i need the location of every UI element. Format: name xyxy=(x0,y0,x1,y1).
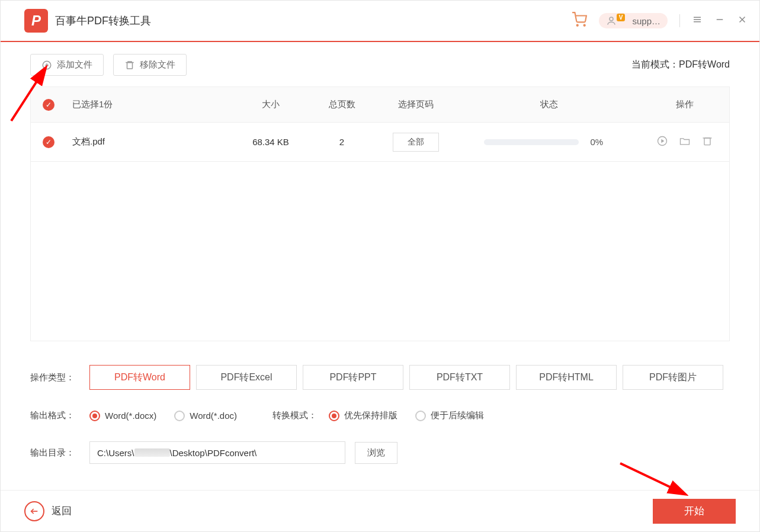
user-chip[interactable]: V supp… xyxy=(599,13,668,28)
svg-point-1 xyxy=(583,25,585,26)
type-pdf-to-ppt[interactable]: PDF转PPT xyxy=(303,365,403,390)
menu-icon[interactable] xyxy=(692,14,703,27)
svg-rect-15 xyxy=(704,138,710,145)
svg-rect-12 xyxy=(127,62,133,69)
folder-icon[interactable] xyxy=(679,135,691,149)
add-file-button[interactable]: 添加文件 xyxy=(30,54,104,76)
svg-line-18 xyxy=(620,463,682,493)
redacted-text xyxy=(134,448,170,457)
col-size: 大小 xyxy=(232,99,309,110)
col-ops: 操作 xyxy=(640,99,729,110)
radio-icon xyxy=(415,411,426,421)
app-title: 百事牛PDF转换工具 xyxy=(55,14,151,28)
convert-mode-label: 转换模式： xyxy=(272,410,317,421)
file-table: ✓ 已选择1份 大小 总页数 选择页码 状态 操作 ✓ 文档.pdf 68.34… xyxy=(30,86,730,341)
content: 添加文件 移除文件 当前模式：PDF转Word ✓ 已选择1份 大小 总页数 选… xyxy=(1,42,759,464)
radio-icon xyxy=(89,411,100,421)
cart-icon[interactable] xyxy=(572,12,587,30)
col-selected: 已选择1份 xyxy=(66,99,232,110)
select-all-checkbox[interactable]: ✓ xyxy=(43,99,54,111)
radio-icon xyxy=(174,411,185,421)
back-arrow-icon xyxy=(24,501,44,521)
browse-button[interactable]: 浏览 xyxy=(355,442,397,464)
col-pages: 总页数 xyxy=(309,99,374,110)
mode-edit-radio[interactable]: 便于后续编辑 xyxy=(415,410,484,421)
app-window: P 百事牛PDF转换工具 V supp… xyxy=(0,0,760,532)
format-doc-radio[interactable]: Word(*.doc) xyxy=(174,411,237,421)
type-pdf-to-word[interactable]: PDF转Word xyxy=(89,365,190,390)
progress-percent: 0% xyxy=(591,137,614,147)
svg-marker-14 xyxy=(661,139,664,143)
type-pdf-to-image[interactable]: PDF转图片 xyxy=(623,365,723,390)
table-row: ✓ 文档.pdf 68.34 KB 2 全部 0% xyxy=(31,123,729,162)
minimize-icon[interactable] xyxy=(714,14,725,27)
type-pdf-to-txt[interactable]: PDF转TXT xyxy=(409,365,510,390)
divider xyxy=(679,14,680,27)
file-pages: 2 xyxy=(309,137,374,147)
back-label: 返回 xyxy=(52,504,72,518)
operation-type-row: 操作类型： PDF转Word PDF转Excel PDF转PPT PDF转TXT… xyxy=(30,365,730,390)
output-dir-row: 输出目录： C:\Users\\Desktop\PDFconvert\ 浏览 xyxy=(30,441,730,464)
delete-icon[interactable] xyxy=(701,135,713,149)
current-mode-label: 当前模式：PDF转Word xyxy=(631,59,730,71)
close-icon[interactable] xyxy=(737,14,748,27)
output-dir-input[interactable]: C:\Users\\Desktop\PDFconvert\ xyxy=(89,441,345,464)
remove-file-button[interactable]: 移除文件 xyxy=(113,54,187,76)
svg-point-2 xyxy=(610,17,613,21)
type-pdf-to-excel[interactable]: PDF转Excel xyxy=(196,365,297,390)
trash-icon xyxy=(124,60,135,70)
play-icon[interactable] xyxy=(656,135,668,149)
file-name: 文档.pdf xyxy=(66,136,232,148)
back-button[interactable]: 返回 xyxy=(24,501,72,521)
toolbar: 添加文件 移除文件 当前模式：PDF转Word xyxy=(30,54,730,76)
start-button[interactable]: 开始 xyxy=(653,499,736,524)
vip-badge-icon: V xyxy=(617,14,626,21)
output-format-label: 输出格式： xyxy=(30,410,89,421)
col-select-pages: 选择页码 xyxy=(374,99,457,110)
operation-type-label: 操作类型： xyxy=(30,372,89,383)
format-docx-radio[interactable]: Word(*.docx) xyxy=(89,411,156,421)
radio-icon xyxy=(329,411,339,421)
progress-bar xyxy=(484,139,579,145)
user-label: supp… xyxy=(632,16,660,26)
table-header: ✓ 已选择1份 大小 总页数 选择页码 状态 操作 xyxy=(31,87,729,123)
file-size: 68.34 KB xyxy=(232,137,309,147)
footer: 返回 开始 xyxy=(1,490,759,531)
app-logo-icon: P xyxy=(24,9,48,33)
output-dir-label: 输出目录： xyxy=(30,447,89,459)
format-row: 输出格式： Word(*.docx) Word(*.doc) 转换模式： 优先保… xyxy=(30,410,730,421)
plus-circle-icon xyxy=(41,60,52,70)
row-checkbox[interactable]: ✓ xyxy=(43,136,54,148)
options-panel: 操作类型： PDF转Word PDF转Excel PDF转PPT PDF转TXT… xyxy=(30,341,730,464)
col-status: 状态 xyxy=(457,99,640,110)
select-pages-button[interactable]: 全部 xyxy=(393,133,439,152)
type-pdf-to-html[interactable]: PDF转HTML xyxy=(516,365,617,390)
user-icon xyxy=(606,15,617,26)
titlebar: P 百事牛PDF转换工具 V supp… xyxy=(1,1,759,42)
svg-point-0 xyxy=(576,25,578,26)
mode-layout-radio[interactable]: 优先保持排版 xyxy=(329,410,397,421)
